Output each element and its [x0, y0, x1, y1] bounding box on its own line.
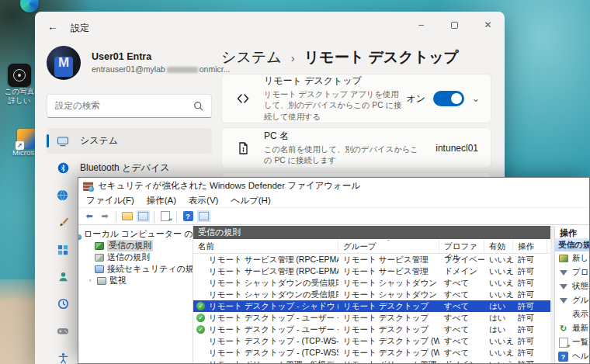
action-item-0[interactable]: 新し...: [555, 251, 589, 265]
export-list-icon: [558, 338, 568, 348]
rule-action-cell: 許可: [513, 348, 547, 359]
filter-icon: [558, 270, 568, 276]
table-row[interactable]: リモート サービス管理 (RPC-EPMAP)リモート サービス管理プライベート…: [193, 254, 550, 265]
folder-glyph: [122, 212, 133, 220]
table-row[interactable]: リモート デスクトップ - (TCP-WSS 受信)リモート デスクトップ (W…: [193, 347, 550, 359]
pc-name-description: この名前を使用して、別のデバイスからこの PC に接続します: [264, 144, 425, 167]
rule-name-cell: リモート デスクトップ - ユーザー モード (TCP 受信)✓: [193, 313, 338, 324]
firewall-titlebar[interactable]: セキュリティが強化された Windows Defender ファイアウォール: [78, 178, 589, 194]
action-item-3[interactable]: グル...: [555, 293, 589, 307]
column-header-2[interactable]: プロファイル: [439, 239, 484, 253]
action-item-2[interactable]: 状態...: [555, 279, 589, 293]
page-title: リモート デスクトップ: [304, 47, 459, 68]
spotlight-desktop-icon[interactable]: この写真 詳しい: [0, 64, 39, 106]
close-button[interactable]: ✕: [471, 12, 505, 38]
column-header-0[interactable]: 名前: [193, 239, 338, 253]
rule-enabled-cell: いいえ: [484, 266, 513, 277]
export-list-icon[interactable]: [159, 210, 172, 222]
rule-group-cell: リモート サービス管理: [338, 255, 439, 265]
rule-group-cell: リモート デスクトップ (WebSocket): [338, 348, 439, 359]
sort-caret: ˆ: [387, 238, 390, 245]
expander-icon[interactable]: ›: [86, 277, 94, 284]
user-name: User01 Entra: [92, 51, 151, 62]
sidebar-item-monitor[interactable]: システム: [47, 128, 212, 154]
action-item-label: 最新...: [572, 323, 589, 334]
monitor-icon: [57, 135, 69, 147]
action-item-6[interactable]: 一覧...: [555, 335, 589, 349]
rule-action-cell: 許可: [513, 278, 547, 289]
action-item-1[interactable]: プロフ...: [555, 265, 589, 279]
help-glyph: ?: [183, 211, 193, 221]
funnel-glyph: [560, 270, 567, 276]
action-item-label: ヘル...: [572, 351, 589, 362]
tree-item-label: 接続セキュリティの規則: [107, 263, 193, 275]
table-row[interactable]: リモート デスクトップ - シャドウ (TCP 受信)✓リモート デスクトップす…: [193, 300, 550, 312]
back-button[interactable]: ←: [47, 20, 58, 33]
access-icon: [57, 352, 69, 364]
inbound-rules-panel: 受信の規則 名前グループプロファイル有効操作ˆ リモート サービス管理 (RPC…: [193, 226, 550, 363]
user-avatar[interactable]: [47, 46, 81, 80]
remote-desktop-icon: [222, 91, 264, 106]
tree-item-out[interactable]: 送信の規則: [78, 251, 193, 263]
tree-item-in[interactable]: 受信の規則: [78, 240, 193, 251]
table-row[interactable]: リモート サービス管理 (RPC-EPMAP)リモート サービス管理ドメインいい…: [193, 265, 550, 277]
rule-profile-cell: ドメイン: [439, 266, 484, 277]
new-rule-glyph: [559, 255, 568, 262]
bluetooth-icon: [57, 162, 69, 175]
console-window-icon[interactable]: [197, 210, 210, 222]
table-row[interactable]: リモート デスクトップ - ユーザー モード (TCP 受信)✓リモート デスク…: [193, 312, 550, 324]
table-row[interactable]: リモート デスクトップ - ユーザー モード (UDP 受信)✓リモート デスク…: [193, 324, 550, 335]
pc-name-icon: [222, 141, 264, 155]
toolbar-separator: [154, 211, 154, 222]
remote-desktop-card[interactable]: リモート デスクトップ リモート デスクトップ アプリを使用して、別のデバイスか…: [221, 74, 491, 123]
table-row[interactable]: リモート シャットダウンの受信規則 (TCP 受信)リモート シャットダウンすべ…: [193, 289, 550, 300]
tree-item-conn[interactable]: 接続セキュリティの規則: [78, 263, 193, 275]
rule-group-cell: リモート シャットダウン: [338, 278, 439, 289]
gamepad-icon: [57, 325, 69, 338]
tree-root-label: ローカル コンピューター のセキュリティ...: [84, 228, 193, 240]
table-row[interactable]: リモート デスクトップ - (TCP-WS-In)リモート デスクトップ (We…: [193, 335, 550, 347]
rule-action-cell: 許可: [513, 255, 547, 265]
action-item-label: プロフ...: [572, 267, 589, 278]
tree-item-mon[interactable]: ›監視: [78, 275, 193, 286]
rule-action-cell: 許可: [513, 359, 547, 364]
shortcut-arrow-icon: ↗: [16, 141, 24, 150]
maximize-button[interactable]: [438, 12, 471, 38]
minimize-button[interactable]: –: [404, 12, 438, 38]
action-item-label: 状態...: [572, 281, 589, 292]
action-item-4[interactable]: 表示: [555, 307, 589, 321]
column-header-4[interactable]: 操作: [513, 239, 547, 253]
rule-action-cell: 許可: [513, 301, 547, 312]
rule-name-cell: リモート デスクトップ - (TCP-WS-In): [193, 336, 338, 347]
menu-item-2[interactable]: 表示(V): [182, 195, 224, 206]
pc-name-value: intunecl01: [436, 143, 491, 154]
sidebar-item-label: システム: [80, 134, 118, 147]
rule-action-cell: 許可: [513, 266, 547, 277]
back-icon[interactable]: ⬅: [83, 210, 95, 222]
chevron-down-icon[interactable]: ⌄: [472, 93, 481, 104]
column-header-3[interactable]: 有効: [484, 239, 513, 253]
menu-item-0[interactable]: ファイル(F): [80, 195, 141, 206]
pc-name-card[interactable]: PC 名 この名前を使用して、別のデバイスからこの PC に接続します intu…: [221, 127, 491, 168]
rule-name-cell: リモート デスクトップ - (TCP-WSS 受信): [193, 348, 338, 359]
table-row[interactable]: リモート ボリューム管理 - 仮想ディスク サービス (...リモート ボリュー…: [193, 359, 550, 363]
search-input[interactable]: 設定の検索: [47, 94, 212, 118]
menu-item-3[interactable]: ヘルプ(H): [224, 195, 276, 206]
breadcrumb-parent[interactable]: システム: [221, 47, 282, 68]
folder-icon[interactable]: [121, 210, 134, 222]
help-icon[interactable]: ?: [182, 210, 194, 222]
action-item-7[interactable]: ?ヘル...: [555, 349, 589, 363]
action-item-5[interactable]: ↻最新...: [555, 321, 589, 335]
tree-root-item[interactable]: ローカル コンピューター のセキュリティ...: [78, 228, 193, 240]
rule-group-cell: リモート デスクトップ: [338, 324, 439, 335]
menu-item-1[interactable]: 操作(A): [141, 195, 182, 206]
action-item-label: グル...: [572, 295, 589, 306]
firewall-menubar: ファイル(F)操作(A)表示(V)ヘルプ(H): [78, 194, 589, 207]
console-window-icon[interactable]: [137, 210, 149, 222]
conn-rules-icon: [95, 265, 104, 273]
remote-desktop-toggle[interactable]: [433, 91, 464, 106]
user-email-prefix: entrauser01@mylab: [92, 64, 165, 74]
rule-profile-cell: すべて: [439, 278, 484, 289]
table-row[interactable]: リモート シャットダウンの受信規則 (RPC-EP 受...リモート シャットダ…: [193, 277, 550, 289]
forward-icon[interactable]: ➡: [99, 210, 111, 222]
